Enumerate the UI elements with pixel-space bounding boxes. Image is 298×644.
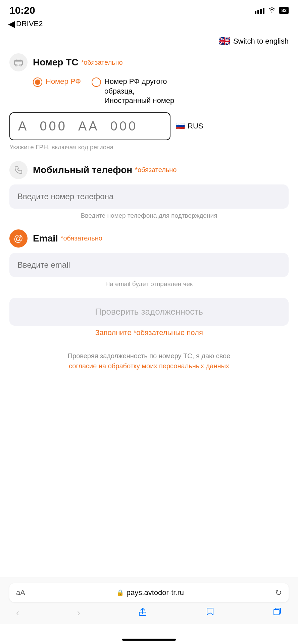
url-display[interactable]: 🔒 pays.avtodor-tr.ru — [116, 588, 184, 597]
back-button[interactable]: ◀ DRIVE2 — [8, 19, 43, 28]
consent-text: Проверяя задолженность по номеру ТС, я д… — [9, 351, 289, 371]
plate-hint: Укажите ГРН, включая код региона — [9, 144, 289, 151]
url-text: pays.avtodor-tr.ru — [127, 588, 184, 597]
status-time: 10:20 — [9, 5, 35, 16]
reload-button[interactable]: ↻ — [275, 588, 282, 597]
lang-button[interactable]: 🇬🇧 Switch to english — [219, 36, 289, 47]
radio-option-rf[interactable]: Номер РФ — [33, 77, 81, 87]
radio-rf-circle[interactable] — [33, 77, 42, 87]
lang-switch-label: Switch to english — [233, 37, 289, 46]
plate-country: 🇷🇺 RUS — [176, 122, 203, 130]
vehicle-required-badge: *обязательно — [81, 59, 122, 66]
browser-bar: aA 🔒 pays.avtodor-tr.ru ↻ ‹ › — [0, 578, 298, 624]
email-section: @ Email *обязательно На email будет отпр… — [9, 229, 289, 288]
url-bar: aA 🔒 pays.avtodor-tr.ru ↻ — [9, 583, 289, 602]
bookmarks-icon[interactable] — [205, 607, 215, 619]
vehicle-number-section: Номер ТС *обязательно Номер РФ Номер РФ … — [9, 53, 289, 151]
radio-group-plate-type: Номер РФ Номер РФ другого образца, Иност… — [33, 77, 289, 106]
russia-flag-icon: 🇷🇺 — [176, 122, 185, 130]
divider — [9, 344, 289, 344]
browser-nav: ‹ › — [9, 607, 289, 619]
radio-rf-label: Номер РФ — [46, 77, 81, 87]
status-icons: 83 — [255, 7, 289, 14]
check-debt-button[interactable]: Проверить задолженность — [9, 298, 289, 326]
phone-input[interactable] — [17, 192, 281, 201]
main-content: Номер ТС *обязательно Номер РФ Номер РФ … — [0, 53, 298, 371]
tabs-icon[interactable] — [272, 607, 282, 619]
email-icon: @ — [9, 229, 28, 248]
vehicle-icon — [9, 53, 28, 71]
phone-icon — [9, 161, 28, 179]
back-arrow-icon: ◀ — [8, 19, 15, 28]
home-indicator — [122, 639, 176, 641]
email-required-badge: *обязательно — [61, 234, 102, 242]
font-size-button[interactable]: aA — [16, 588, 25, 597]
phone-required-badge: *обязательно — [135, 166, 177, 174]
battery-icon: 83 — [279, 7, 289, 14]
nav-bar: ◀ DRIVE2 — [0, 18, 298, 32]
radio-other-circle[interactable] — [92, 77, 101, 87]
back-nav-icon[interactable]: ‹ — [16, 607, 19, 618]
lock-icon: 🔒 — [116, 589, 124, 596]
vehicle-number-title: Номер ТС *обязательно — [33, 57, 123, 68]
plate-number-input[interactable] — [18, 119, 162, 133]
email-header: @ Email *обязательно — [9, 229, 289, 248]
email-hint: На email будет отправлен чек — [9, 280, 289, 288]
radio-option-other[interactable]: Номер РФ другого образца, Иностранный но… — [92, 77, 178, 106]
mobile-phone-section: Мобильный телефон *обязательно Введите н… — [9, 161, 289, 219]
language-switch[interactable]: 🇬🇧 Switch to english — [0, 32, 298, 53]
mobile-phone-header: Мобильный телефон *обязательно — [9, 161, 289, 179]
plate-input-box[interactable] — [9, 112, 170, 140]
svg-rect-5 — [274, 609, 279, 615]
radio-other-label: Номер РФ другого образца, Иностранный но… — [104, 77, 178, 106]
email-input-field[interactable] — [9, 253, 289, 277]
forward-nav-icon[interactable]: › — [77, 607, 80, 618]
email-title: Email *обязательно — [33, 233, 102, 244]
email-input[interactable] — [17, 260, 281, 270]
wifi-icon — [268, 7, 276, 14]
mandatory-highlight: *обязательные — [134, 328, 185, 337]
back-label: DRIVE2 — [16, 19, 43, 28]
phone-input-field[interactable] — [9, 184, 289, 209]
status-bar: 10:20 83 — [0, 0, 298, 18]
share-icon[interactable] — [138, 607, 147, 619]
mandatory-note: Заполните *обязательные поля — [9, 328, 289, 337]
vehicle-number-header: Номер ТС *обязательно — [9, 53, 289, 71]
consent-link[interactable]: согласие на обработку моих персональных … — [69, 362, 229, 370]
phone-hint: Введите номер телефона для подтверждения — [9, 212, 289, 219]
uk-flag-icon: 🇬🇧 — [219, 36, 231, 47]
check-button-wrapper: Проверить задолженность — [9, 298, 289, 326]
signal-icon — [255, 7, 264, 14]
mobile-phone-title: Мобильный телефон *обязательно — [33, 165, 177, 175]
plate-row: 🇷🇺 RUS — [9, 112, 289, 140]
